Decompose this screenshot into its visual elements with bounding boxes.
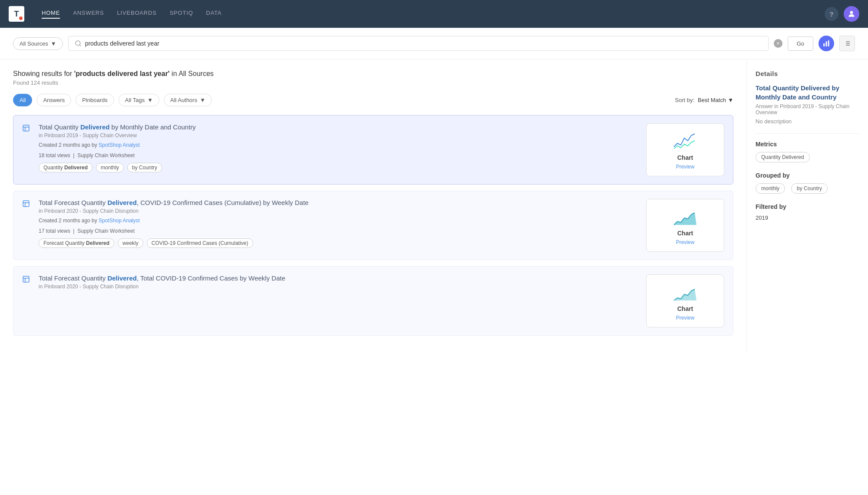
chart-preview-link-2[interactable]: Preview <box>676 239 695 245</box>
heading-query: 'products delivered last year' <box>74 70 170 77</box>
svg-rect-3 <box>823 43 825 46</box>
logo-icon: T <box>9 6 24 22</box>
filter-answers[interactable]: Answers <box>36 94 71 106</box>
details-item-source: Answer in Pinboard 2019 - Supply Chain O… <box>756 103 859 116</box>
results-heading: Showing results for 'products delivered … <box>13 70 733 78</box>
chart-icon-area-1 <box>672 130 698 152</box>
result-card-title-1[interactable]: Total Quantity Delivered by Monthly Date… <box>39 123 637 131</box>
result-card-title-3[interactable]: Total Forecast Quantity Delivered, Total… <box>39 274 637 282</box>
title2-part1: Total Forecast Quantity <box>39 199 107 206</box>
clear-button[interactable]: × <box>774 39 782 48</box>
result-card-subtitle-2: in Pinboard 2020 - Supply Chain Disrupti… <box>39 208 637 214</box>
chart-preview-link-3[interactable]: Preview <box>676 315 695 321</box>
author-link-2[interactable]: SpotShop Analyst <box>99 218 140 224</box>
view-list-button[interactable] <box>839 36 855 51</box>
sources-label: All Sources <box>20 40 48 47</box>
results-main: Showing results for 'products delivered … <box>0 59 746 352</box>
authors-chevron-icon: ▼ <box>200 97 205 103</box>
result-card-2[interactable]: Total Forecast Quantity Delivered, COVID… <box>13 191 733 260</box>
title-part-2: by Monthly Date and Country <box>109 123 195 131</box>
details-section-title: Details <box>756 70 859 77</box>
chart-label-1: Chart <box>677 154 693 161</box>
result-card-subtitle-3: in Pinboard 2020 - Supply Chain Disrupti… <box>39 284 637 290</box>
tag-covid-confirmed[interactable]: COVID-19 Confirmed Cases (Cumulative) <box>147 238 253 248</box>
svg-rect-18 <box>23 276 29 282</box>
help-button[interactable]: ? <box>825 7 838 21</box>
result-card-meta-2: Created 2 months ago by SpotShop Analyst <box>39 218 637 224</box>
tag-forecast-quantity-delivered[interactable]: Forecast Quantity Delivered <box>39 238 114 248</box>
list-view-icon <box>844 40 851 47</box>
chart-preview-3[interactable]: Chart Preview <box>646 274 724 327</box>
title-part-1: Total Quantity <box>39 123 80 131</box>
filtered-by-section-title: Filtered by <box>756 203 859 210</box>
result-card-1[interactable]: Total Quantity Delivered by Monthly Date… <box>13 115 733 185</box>
chart-preview-1[interactable]: Chart Preview <box>646 123 724 176</box>
svg-rect-15 <box>23 201 29 207</box>
filter-pinboards[interactable]: Pinboards <box>76 94 114 106</box>
grouped-by-country: by Country <box>791 183 828 194</box>
filter-authors-dropdown[interactable]: All Authors ▼ <box>164 94 212 106</box>
metric-tag-1: Quantity Delivered <box>756 152 810 162</box>
result-card-title-2[interactable]: Total Forecast Quantity Delivered, COVID… <box>39 199 637 206</box>
grouped-by-tags: monthly by Country <box>756 183 859 196</box>
nav-link-liveboards[interactable]: LIVEBOARDS <box>117 10 157 19</box>
filtered-by-value: 2019 <box>756 214 859 221</box>
grouped-by-monthly: monthly <box>756 183 785 194</box>
nav-link-data[interactable]: DATA <box>206 10 222 19</box>
result-icon-3 <box>22 275 30 283</box>
nav-link-answers[interactable]: ANSWERS <box>73 10 104 19</box>
chart-icon-area-3 <box>672 281 698 303</box>
result-card-content-2: Total Forecast Quantity Delivered, COVID… <box>39 199 637 248</box>
chart-view-icon <box>822 40 830 47</box>
nav-link-spotiq[interactable]: SPOTIQ <box>170 10 193 19</box>
nav-right: ? <box>825 6 859 22</box>
chart-preview-2[interactable]: Chart Preview <box>646 199 724 252</box>
divider-1 <box>756 133 859 134</box>
title2-part2: , COVID-19 Confirmed Cases (Cumulative) … <box>137 199 309 206</box>
nav-link-home[interactable]: HOME <box>42 10 60 19</box>
grouped-by-section-title: Grouped by <box>756 172 859 179</box>
tag-quantity-delivered[interactable]: Quantity Delivered <box>39 163 92 172</box>
search-icon <box>75 40 82 47</box>
view-chart-button[interactable] <box>818 36 834 51</box>
sort-value: Best Match <box>698 97 726 103</box>
chart-preview-link-1[interactable]: Preview <box>676 164 695 170</box>
result-card-3[interactable]: Total Forecast Quantity Delivered, Total… <box>13 266 733 336</box>
authors-label: All Authors <box>170 97 197 103</box>
svg-rect-4 <box>826 42 827 46</box>
navbar: T HOME ANSWERS LIVEBOARDS SPOTIQ DATA ? <box>0 0 868 28</box>
main-container: All Sources ▼ × Go Showing results for '… <box>0 28 868 495</box>
go-button[interactable]: Go <box>788 36 813 51</box>
metrics-section-title: Metrics <box>756 141 859 148</box>
chart-svg-2 <box>672 206 698 227</box>
chart-svg-3 <box>672 281 698 302</box>
svg-line-2 <box>79 45 81 46</box>
logo[interactable]: T <box>9 6 24 22</box>
tag-weekly[interactable]: weekly <box>118 238 143 248</box>
svg-rect-5 <box>828 40 829 46</box>
filter-all[interactable]: All <box>13 94 32 106</box>
chart-svg-1 <box>672 130 698 151</box>
tag-monthly[interactable]: monthly <box>96 163 124 172</box>
result-card-views-1: 18 total views | Supply Chain Worksheet <box>39 152 637 158</box>
search-bar: All Sources ▼ × Go <box>0 28 868 59</box>
results-count: Found 124 results <box>13 79 733 86</box>
results-container: Showing results for 'products delivered … <box>0 59 868 352</box>
details-sidebar: Details Total Quantity Delivered by Mont… <box>746 59 868 352</box>
chart-icon-area-2 <box>672 205 698 227</box>
result-icon-2 <box>22 200 30 208</box>
heading-prefix: Showing results for <box>13 70 72 77</box>
author-link-1[interactable]: SpotShop Analyst <box>99 142 140 148</box>
result-card-meta-1: Created 2 months ago by SpotShop Analyst <box>39 142 637 148</box>
filter-tags-dropdown[interactable]: All Tags ▼ <box>119 94 159 106</box>
filter-row: All Answers Pinboards All Tags ▼ All Aut… <box>13 94 733 106</box>
result-card-views-2: 17 total views | Supply Chain Worksheet <box>39 228 637 234</box>
tags-chevron-icon: ▼ <box>147 97 153 103</box>
result-card-content-1: Total Quantity Delivered by Monthly Date… <box>39 123 637 172</box>
search-input[interactable] <box>85 40 762 47</box>
user-avatar[interactable] <box>844 6 859 22</box>
tag-by-country[interactable]: by Country <box>127 163 162 172</box>
sort-label: Sort by: <box>675 97 694 103</box>
sources-dropdown[interactable]: All Sources ▼ <box>13 37 63 50</box>
sort-dropdown[interactable]: Best Match ▼ <box>698 97 733 103</box>
